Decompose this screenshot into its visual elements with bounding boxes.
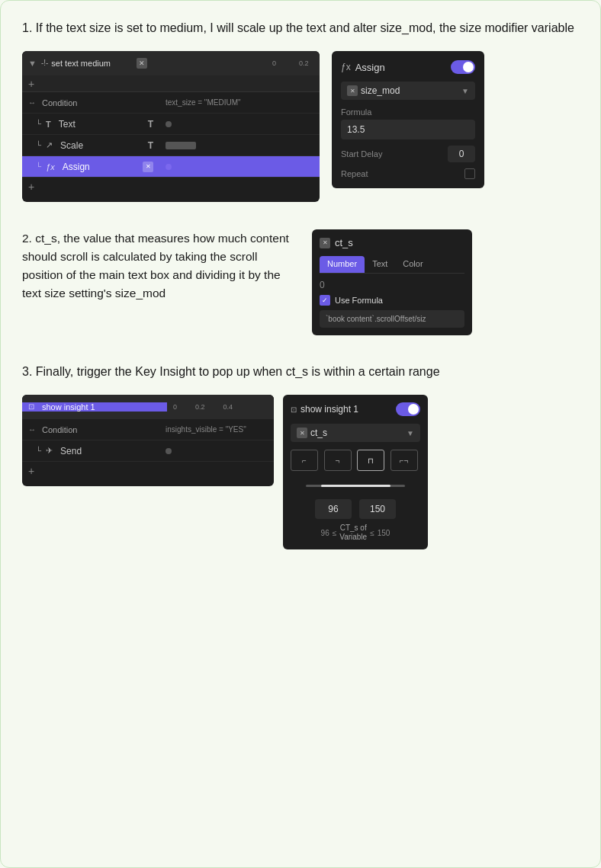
ct-tabs: Number Text Color: [320, 256, 464, 274]
tab-text[interactable]: Text: [365, 256, 395, 273]
scale-row: └ ↗ Scale T: [22, 135, 320, 156]
formula-label: Formula: [341, 107, 475, 117]
tl3-indent: └: [36, 447, 41, 455]
tl3-bottom-add[interactable]: +: [22, 462, 274, 480]
range-lte-1: ≤: [333, 529, 337, 537]
condition-row: ↔ Condition text_size = "MEDIUM": [22, 92, 320, 114]
timeline-header-label: ▼ -!- set text medium ✕: [22, 58, 159, 69]
tl3-send-track: [159, 440, 274, 461]
range-lte-2: ≤: [370, 529, 374, 537]
repeat-label: Repeat: [341, 169, 368, 178]
range-label-mid: CT_s ofVariable: [339, 524, 367, 542]
range-track[interactable]: [306, 485, 405, 487]
range-label-max: 150: [378, 529, 390, 537]
assign-row[interactable]: └ ƒx Assign ✕: [22, 156, 320, 178]
collapse-icon[interactable]: ▼: [28, 59, 37, 68]
ct-panel-title: ✕ ct_s: [320, 237, 464, 248]
track-bar: [166, 142, 196, 149]
fx-icon: ƒx: [46, 162, 55, 171]
range-min-input[interactable]: 96: [315, 499, 352, 519]
section-3: 3. Finally, trigger the Key Insight to p…: [22, 363, 579, 549]
bottom-add[interactable]: +: [22, 178, 320, 196]
t-icon: T: [46, 120, 51, 129]
assign-panel-title: ƒx Assign: [341, 62, 385, 73]
start-delay-val[interactable]: 0: [448, 146, 475, 162]
ruler-track: 0 0.2 0.4 0.6 0.8: [159, 51, 320, 75]
tl3-node-icon: ⊡: [28, 402, 34, 411]
tab-color[interactable]: Color: [395, 256, 430, 273]
indent-icon-2: └: [36, 141, 41, 149]
dash-icon-2: -!-: [41, 59, 48, 67]
t-icon-right: T: [148, 119, 153, 130]
section-3-screenshots: ⊡ show insight 1 0 0.2 0.4 ↔ Condition: [22, 395, 579, 549]
tab-number[interactable]: Number: [320, 256, 365, 273]
section-2-title: 2. ct_s, the value that measures how muc…: [22, 229, 297, 303]
insight-toggle[interactable]: [396, 402, 420, 416]
scale-track: [159, 135, 320, 155]
add-icon[interactable]: +: [22, 78, 40, 90]
assign-panel: ƒx Assign ✕ size_mod ▼ Formula 13.5 Star…: [332, 51, 484, 188]
tl3-condition-label: ↔ Condition: [22, 425, 159, 434]
range-label-min: 96: [321, 529, 329, 537]
insight-var-name: ct_s: [310, 428, 403, 438]
close-icon[interactable]: ✕: [137, 58, 147, 69]
tl3-node-name: show insight 1: [42, 402, 95, 412]
arrows-icon: ↔: [28, 98, 36, 107]
close-icon-assign[interactable]: ✕: [143, 162, 153, 172]
ct-x-icon-2: ✕: [297, 428, 307, 438]
ruler-marks: 0 0.2 0.4 0.6 0.8: [272, 59, 320, 67]
range-icons: ⌐ ¬ ⊓ ⌐¬: [291, 450, 420, 471]
range-fill: [321, 485, 390, 487]
tl3-header-label: ⊡ show insight 1: [22, 402, 167, 412]
repeat-row: Repeat: [341, 168, 475, 179]
assign-label: └ ƒx Assign ✕: [22, 162, 159, 172]
send-icon: ✈: [46, 446, 53, 456]
scale-icon: ↗: [46, 140, 53, 150]
range-icon-4[interactable]: ⌐¬: [390, 450, 418, 471]
t-icon-right-2: T: [148, 140, 153, 151]
close-btn[interactable]: ✕: [130, 58, 153, 69]
tl3-condition-row: ↔ Condition insights_visible = "YES": [22, 419, 274, 440]
repeat-checkbox[interactable]: [464, 168, 475, 179]
timeline-panel-3: ⊡ show insight 1 0 0.2 0.4 ↔ Condition: [22, 395, 274, 486]
section-3-title: 3. Finally, trigger the Key Insight to p…: [22, 363, 579, 381]
indent-icon-3: └: [36, 162, 41, 171]
insight-panel: ⊡ show insight 1 ✕ ct_s ▼ ⌐ ¬ ⊓ ⌐¬: [283, 395, 428, 549]
range-icon-1[interactable]: ⌐: [291, 450, 318, 471]
insight-node-icon: ⊡: [291, 405, 297, 414]
condition-track: text_size = "MEDIUM": [159, 92, 320, 113]
insight-caret: ▼: [407, 429, 414, 437]
track-dot-text: [166, 121, 172, 127]
ct-x-icon: ✕: [320, 238, 330, 248]
tl3-ruler: 0 0.2 0.4: [173, 403, 233, 411]
assign-toggle[interactable]: [451, 60, 475, 74]
ct-var-select[interactable]: ✕ ct_s ▼: [291, 424, 420, 442]
fx-label-icon: ƒx: [341, 62, 351, 72]
timeline-panel-1: ▼ -!- set text medium ✕ 0 0.2 0.4 0.6: [22, 51, 320, 202]
var-x-icon: ✕: [347, 85, 358, 96]
insight-header: ⊡ show insight 1: [291, 402, 420, 416]
condition-label: ↔ Condition: [22, 98, 159, 107]
tl3-arrows-icon: ↔: [28, 425, 36, 434]
tl3-condition-track: insights_visible = "YES": [159, 419, 274, 440]
section-1-title: 1. If the text size is set to medium, I …: [22, 19, 579, 37]
insight-title: ⊡ show insight 1: [291, 404, 358, 415]
caret-icon: ▼: [461, 87, 469, 95]
start-delay-row: Start Delay 0: [341, 146, 475, 162]
tl3-ruler-track: 0 0.2 0.4: [167, 395, 274, 418]
start-delay-label: Start Delay: [341, 149, 382, 159]
formula-input[interactable]: 13.5: [341, 120, 475, 139]
section-2: 2. ct_s, the value that measures how muc…: [22, 229, 579, 335]
range-label-row: 96 ≤ CT_s ofVariable ≤ 150: [291, 524, 420, 542]
section-1-screenshots: ▼ -!- set text medium ✕ 0 0.2 0.4 0.6: [22, 51, 579, 202]
section-1: 1. If the text size is set to medium, I …: [22, 19, 579, 202]
ct-panel: ✕ ct_s Number Text Color 0 ✓ Use Formula…: [312, 229, 472, 335]
range-icon-3[interactable]: ⊓: [357, 450, 384, 471]
node-name: -!- set text medium: [41, 59, 111, 68]
add-row[interactable]: +: [22, 75, 320, 92]
range-icon-2[interactable]: ¬: [324, 450, 352, 471]
var-select[interactable]: ✕ size_mod ▼: [341, 82, 475, 100]
use-formula-checkbox[interactable]: ✓: [320, 295, 330, 306]
range-max-input[interactable]: 150: [359, 499, 396, 519]
indent-icon: └: [36, 120, 41, 128]
